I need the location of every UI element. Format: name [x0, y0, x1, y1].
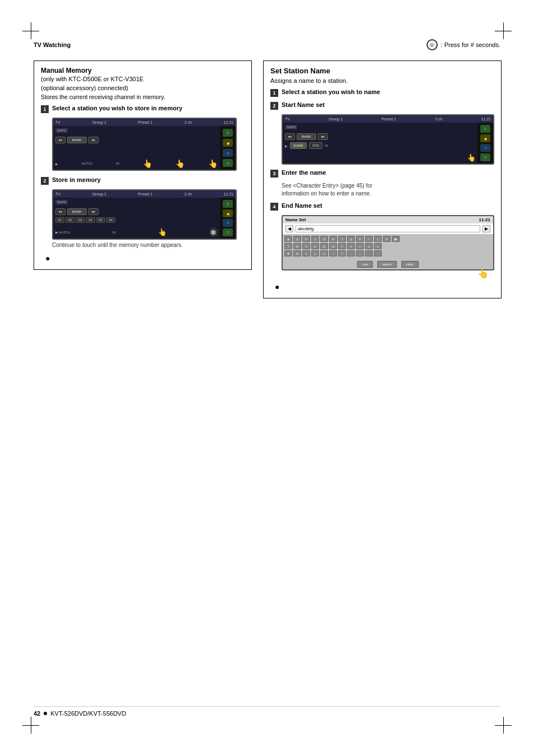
screen-1-time: 11:21 — [223, 120, 233, 124]
rs1-tv: TV — [285, 117, 290, 121]
screen-2-body: SNPS ⏮ BAND ⏭ P1 P2 P3 P4 P — [53, 198, 236, 239]
ns-key-h1[interactable]: h — [356, 236, 364, 242]
ns-title: Name Set — [285, 217, 306, 222]
ns-key-fwd2[interactable]: ▶ — [392, 236, 400, 242]
ctrl-btn-band-2: BAND — [67, 208, 87, 215]
ns-key-a1[interactable]: a — [293, 236, 301, 242]
ns-key-d1[interactable]: d — [320, 236, 328, 242]
ns-key-under[interactable]: _ — [356, 250, 364, 256]
right-step-num-2: 2 — [270, 102, 278, 110]
press-icon: ⊙ — [427, 39, 438, 50]
screen-2-group: Group 1 — [92, 192, 106, 196]
right-screen-1-topbar: TV Group 1 Preset 1 2 ch 11:21 — [283, 115, 493, 123]
step-label-2: Store in memory — [52, 176, 245, 183]
ns-key-x[interactable]: x — [302, 250, 310, 256]
screen-1-tv: TV — [55, 120, 60, 124]
rs1-arrow: ▶ — [285, 144, 288, 148]
ns-key-ex[interactable]: ! — [329, 250, 337, 256]
device-screen-2: TV Group 1 Preset 1 2 ch 11:21 SNPS ⏮ BA… — [52, 189, 237, 240]
ns-key-down[interactable]: ▼ — [284, 250, 292, 256]
step-label-1: Select a station you wish to store in me… — [52, 105, 245, 111]
ns-key-u[interactable]: u — [365, 243, 373, 249]
ns-forward-btn[interactable]: ▶ — [483, 225, 490, 232]
ns-text-field[interactable]: abcdefg — [296, 225, 480, 232]
ns-clear-btn[interactable]: clear — [401, 261, 419, 268]
bullet-left: ● — [45, 254, 50, 263]
ns-key-f1[interactable]: f — [338, 236, 346, 242]
sidebar-2-icon-2: ◉ — [223, 209, 233, 217]
screen-1-sidebar: ≡ ◉ ⊙ ▽ — [220, 126, 236, 170]
screen-2-presets: P1 P2 P3 P4 P5 P6 — [55, 217, 218, 223]
ns-key-dash[interactable]: - — [347, 250, 355, 256]
ctrl-btn-band: BAND — [67, 137, 87, 143]
screen-2-preset: Preset 1 — [138, 192, 153, 196]
rs1-name-row: ▶ NAME PRE IN — [285, 142, 475, 149]
ns-space-btn[interactable]: space — [377, 261, 396, 268]
screen-1-group: Group 1 — [92, 120, 106, 124]
ns-key-row-1: l m n o p q r s t u v — [284, 243, 491, 249]
ctrl-btn-fwd: ⏭ — [88, 137, 99, 143]
sidebar-2-icon-3: ⊙ — [223, 219, 233, 227]
right-step-label-4: End Name set — [282, 202, 494, 209]
ns-key-v[interactable]: v — [374, 243, 382, 249]
ns-key-g1[interactable]: g — [347, 236, 355, 242]
left-column: Manual Memory (only with KTC-D500E or KT… — [34, 60, 252, 278]
ns-input-row: ◀ abcdefg ▶ — [283, 223, 493, 234]
device-screen-1: TV Group 1 Preset 1 2 ch 11:21 SNPS ⏮ BA… — [52, 118, 237, 171]
sidebar-icon-3: ⊙ — [223, 149, 233, 157]
rs1-name-btn: NAME — [290, 142, 307, 149]
ns-key-q[interactable]: q — [329, 243, 337, 249]
ns-key-s[interactable]: s — [347, 243, 355, 249]
memory-icon: ⏺ — [209, 227, 218, 237]
ns-key-e1[interactable]: e — [329, 236, 337, 242]
screen-1-bottom: ▶ AUTO1 IN 👆 👆 👆 — [55, 159, 218, 168]
ns-key-k1[interactable]: k — [383, 236, 391, 242]
bullet-right: ● — [275, 282, 279, 291]
rs1-in: IN — [325, 144, 328, 147]
right-screen-1-body: SNPS ⏮ BAND ⏭ ▶ NAME PRE IN — [283, 123, 493, 164]
ns-key-z[interactable]: z — [320, 250, 328, 256]
right-step-label-3: Enter the name — [282, 169, 494, 176]
char-entry-note: See <Character Entry> (page 45) forinfor… — [282, 182, 494, 198]
screen-2-in: IN — [113, 231, 116, 234]
ns-key-t[interactable]: t — [356, 243, 364, 249]
ctrl-btn-back: ⏮ — [55, 137, 65, 143]
ns-one-btn[interactable]: one — [357, 261, 373, 268]
ns-key-i1[interactable]: i — [365, 236, 373, 242]
ns-key-row-0: ▲ a b c d e f g h i j k ▶ — [284, 236, 491, 242]
screen-2-tv: TV — [55, 192, 60, 196]
ns-key-l[interactable]: l — [284, 243, 292, 249]
ns-key-w[interactable]: w — [293, 250, 301, 256]
ns-key-j1[interactable]: j — [374, 236, 382, 242]
screen-2-bottom: ▶ AUTO1 IN 👆 ⏺ — [55, 227, 218, 237]
ns-time: 11:21 — [479, 217, 490, 222]
ns-key-o[interactable]: o — [311, 243, 319, 249]
screen-1-auto-label: AUTO1 — [82, 162, 93, 165]
ns-key-r[interactable]: r — [338, 243, 346, 249]
screen-1-main: SNPS ⏮ BAND ⏭ ▶ AUTO1 IN 👆 — [53, 126, 220, 170]
rs1-group: Group 1 — [329, 117, 343, 121]
bullet-container-right: ● — [275, 282, 494, 291]
ns-key-c1[interactable]: c — [311, 236, 319, 242]
ns-key-b1[interactable]: b — [302, 236, 310, 242]
set-station-section: Set Station Name Assigns a name to a sta… — [263, 60, 502, 298]
rs1-sb-1: ≡ — [480, 125, 490, 133]
ns-key-n[interactable]: n — [302, 243, 310, 249]
ns-key-q2[interactable]: ? — [338, 250, 346, 256]
screen-1-top-bar: TV Group 1 Preset 1 2 ch 11:21 — [53, 119, 236, 126]
screen-2-top-bar: TV Group 1 Preset 1 2 ch 11:21 — [53, 190, 236, 198]
screen-1-in: IN — [116, 162, 119, 165]
ns-key-m[interactable]: m — [293, 243, 301, 249]
screen-2-controls: ⏮ BAND ⏭ — [55, 208, 218, 215]
screen-1-auto: ▶ — [55, 162, 58, 166]
rs1-sb-2: ◉ — [480, 134, 490, 142]
preset-p5: P5 — [96, 217, 105, 223]
screen-1-preset: Preset 1 — [138, 120, 153, 124]
ns-key-y[interactable]: y — [311, 250, 319, 256]
preset-p3: P3 — [76, 217, 85, 223]
ns-key-up[interactable]: ▲ — [284, 236, 292, 242]
ns-back-btn[interactable]: ◀ — [285, 225, 293, 232]
rs1-band: BAND — [297, 133, 316, 140]
ns-key-p[interactable]: p — [320, 243, 328, 249]
rs1-ch: 2 ch — [435, 117, 442, 121]
